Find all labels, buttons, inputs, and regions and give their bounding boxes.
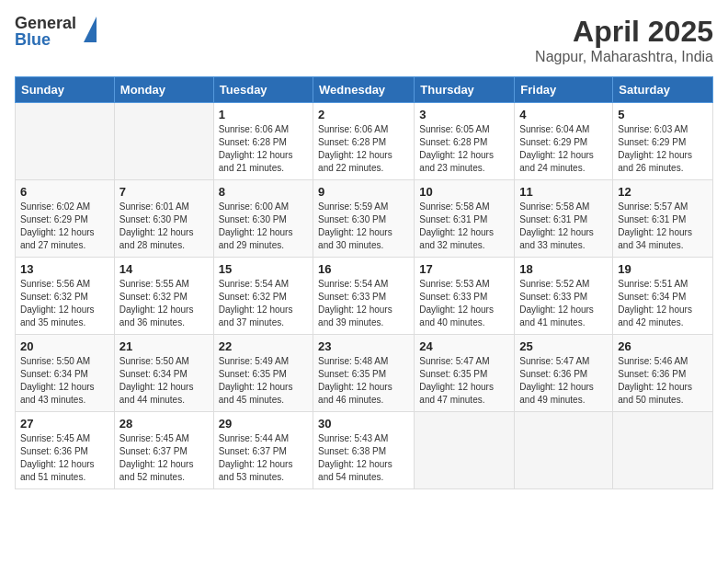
calendar-cell: 29Sunrise: 5:44 AM Sunset: 6:37 PM Dayli…: [213, 412, 313, 489]
calendar-cell: 27Sunrise: 5:45 AM Sunset: 6:36 PM Dayli…: [16, 412, 115, 489]
calendar-cell: 18Sunrise: 5:52 AM Sunset: 6:33 PM Dayli…: [515, 258, 613, 335]
calendar-cell: 21Sunrise: 5:50 AM Sunset: 6:34 PM Dayli…: [114, 335, 213, 412]
column-header-saturday: Saturday: [613, 77, 713, 103]
day-number: 13: [20, 262, 109, 276]
calendar-cell: 9Sunrise: 5:59 AM Sunset: 6:30 PM Daylig…: [313, 180, 415, 258]
day-number: 4: [519, 108, 608, 121]
calendar-cell: [515, 412, 613, 489]
day-number: 12: [618, 185, 708, 199]
day-number: 25: [519, 339, 608, 353]
calendar-cell: [114, 103, 213, 180]
day-number: 18: [519, 262, 608, 276]
day-number: 23: [318, 339, 409, 353]
day-number: 6: [20, 185, 109, 199]
calendar-header-row: SundayMondayTuesdayWednesdayThursdayFrid…: [16, 77, 713, 103]
day-number: 9: [318, 185, 409, 199]
logo-name: General Blue: [15, 15, 76, 48]
day-info: Sunrise: 5:45 AM Sunset: 6:36 PM Dayligh…: [20, 432, 109, 484]
calendar-week-row: 27Sunrise: 5:45 AM Sunset: 6:36 PM Dayli…: [16, 412, 713, 489]
calendar-cell: 20Sunrise: 5:50 AM Sunset: 6:34 PM Dayli…: [16, 335, 115, 412]
day-info: Sunrise: 5:46 AM Sunset: 6:36 PM Dayligh…: [618, 355, 708, 407]
calendar-table: SundayMondayTuesdayWednesdayThursdayFrid…: [15, 76, 713, 489]
day-info: Sunrise: 5:58 AM Sunset: 6:31 PM Dayligh…: [519, 201, 608, 252]
day-info: Sunrise: 5:49 AM Sunset: 6:35 PM Dayligh…: [219, 355, 308, 407]
page-header: General Blue April 2025 Nagpur, Maharash…: [15, 15, 713, 65]
day-info: Sunrise: 5:57 AM Sunset: 6:31 PM Dayligh…: [618, 201, 708, 252]
day-info: Sunrise: 6:04 AM Sunset: 6:29 PM Dayligh…: [519, 123, 608, 175]
day-info: Sunrise: 5:45 AM Sunset: 6:37 PM Dayligh…: [119, 432, 209, 484]
calendar-cell: 1Sunrise: 6:06 AM Sunset: 6:28 PM Daylig…: [213, 103, 313, 180]
day-info: Sunrise: 5:54 AM Sunset: 6:33 PM Dayligh…: [318, 278, 409, 329]
day-number: 16: [318, 262, 409, 276]
day-info: Sunrise: 5:54 AM Sunset: 6:32 PM Dayligh…: [219, 278, 308, 329]
logo: General Blue: [15, 15, 97, 48]
day-number: 22: [219, 339, 308, 353]
calendar-cell: 17Sunrise: 5:53 AM Sunset: 6:33 PM Dayli…: [415, 258, 515, 335]
logo-general-text: General: [15, 15, 76, 31]
calendar-cell: 15Sunrise: 5:54 AM Sunset: 6:32 PM Dayli…: [213, 258, 313, 335]
calendar-cell: 22Sunrise: 5:49 AM Sunset: 6:35 PM Dayli…: [213, 335, 313, 412]
title-block: April 2025 Nagpur, Maharashtra, India: [535, 15, 713, 65]
day-info: Sunrise: 6:01 AM Sunset: 6:30 PM Dayligh…: [119, 201, 209, 252]
day-number: 14: [119, 262, 209, 276]
day-info: Sunrise: 6:06 AM Sunset: 6:28 PM Dayligh…: [318, 123, 409, 175]
day-number: 2: [318, 108, 409, 121]
day-info: Sunrise: 6:05 AM Sunset: 6:28 PM Dayligh…: [419, 123, 509, 175]
location-text: Nagpur, Maharashtra, India: [535, 49, 713, 65]
calendar-week-row: 13Sunrise: 5:56 AM Sunset: 6:32 PM Dayli…: [16, 258, 713, 335]
day-info: Sunrise: 5:55 AM Sunset: 6:32 PM Dayligh…: [119, 278, 209, 329]
day-number: 17: [419, 262, 509, 276]
day-number: 15: [219, 262, 308, 276]
calendar-cell: 28Sunrise: 5:45 AM Sunset: 6:37 PM Dayli…: [114, 412, 213, 489]
calendar-cell: 2Sunrise: 6:06 AM Sunset: 6:28 PM Daylig…: [313, 103, 415, 180]
day-info: Sunrise: 5:53 AM Sunset: 6:33 PM Dayligh…: [419, 278, 509, 329]
calendar-cell: 24Sunrise: 5:47 AM Sunset: 6:35 PM Dayli…: [415, 335, 515, 412]
column-header-friday: Friday: [515, 77, 613, 103]
column-header-sunday: Sunday: [16, 77, 115, 103]
day-info: Sunrise: 5:44 AM Sunset: 6:37 PM Dayligh…: [219, 432, 308, 484]
day-number: 19: [618, 262, 708, 276]
calendar-cell: 11Sunrise: 5:58 AM Sunset: 6:31 PM Dayli…: [515, 180, 613, 258]
month-title: April 2025: [535, 15, 713, 49]
logo-blue-text: Blue: [15, 31, 76, 48]
calendar-week-row: 1Sunrise: 6:06 AM Sunset: 6:28 PM Daylig…: [16, 103, 713, 180]
day-number: 29: [219, 417, 308, 431]
day-info: Sunrise: 5:48 AM Sunset: 6:35 PM Dayligh…: [318, 355, 409, 407]
calendar-cell: 23Sunrise: 5:48 AM Sunset: 6:35 PM Dayli…: [313, 335, 415, 412]
calendar-cell: 6Sunrise: 6:02 AM Sunset: 6:29 PM Daylig…: [16, 180, 115, 258]
day-info: Sunrise: 5:50 AM Sunset: 6:34 PM Dayligh…: [20, 355, 109, 407]
day-number: 5: [618, 108, 708, 121]
day-info: Sunrise: 5:52 AM Sunset: 6:33 PM Dayligh…: [519, 278, 608, 329]
day-number: 27: [20, 417, 109, 431]
day-info: Sunrise: 6:02 AM Sunset: 6:29 PM Dayligh…: [20, 201, 109, 252]
day-info: Sunrise: 5:51 AM Sunset: 6:34 PM Dayligh…: [618, 278, 708, 329]
calendar-cell: 16Sunrise: 5:54 AM Sunset: 6:33 PM Dayli…: [313, 258, 415, 335]
calendar-week-row: 6Sunrise: 6:02 AM Sunset: 6:29 PM Daylig…: [16, 180, 713, 258]
day-number: 30: [318, 417, 409, 431]
day-info: Sunrise: 5:59 AM Sunset: 6:30 PM Dayligh…: [318, 201, 409, 252]
column-header-thursday: Thursday: [415, 77, 515, 103]
calendar-cell: 19Sunrise: 5:51 AM Sunset: 6:34 PM Dayli…: [613, 258, 713, 335]
day-info: Sunrise: 5:47 AM Sunset: 6:36 PM Dayligh…: [519, 355, 608, 407]
day-info: Sunrise: 5:56 AM Sunset: 6:32 PM Dayligh…: [20, 278, 109, 329]
day-number: 24: [419, 339, 509, 353]
day-info: Sunrise: 6:00 AM Sunset: 6:30 PM Dayligh…: [219, 201, 308, 252]
calendar-cell: 30Sunrise: 5:43 AM Sunset: 6:38 PM Dayli…: [313, 412, 415, 489]
column-header-monday: Monday: [114, 77, 213, 103]
day-info: Sunrise: 5:58 AM Sunset: 6:31 PM Dayligh…: [419, 201, 509, 252]
day-number: 1: [219, 108, 308, 121]
day-number: 21: [119, 339, 209, 353]
calendar-cell: 26Sunrise: 5:46 AM Sunset: 6:36 PM Dayli…: [613, 335, 713, 412]
logo-triangle-icon: [84, 17, 97, 42]
calendar-cell: [415, 412, 515, 489]
day-info: Sunrise: 5:43 AM Sunset: 6:38 PM Dayligh…: [318, 432, 409, 484]
calendar-week-row: 20Sunrise: 5:50 AM Sunset: 6:34 PM Dayli…: [16, 335, 713, 412]
calendar-cell: 14Sunrise: 5:55 AM Sunset: 6:32 PM Dayli…: [114, 258, 213, 335]
day-number: 20: [20, 339, 109, 353]
day-number: 7: [119, 185, 209, 199]
calendar-cell: 3Sunrise: 6:05 AM Sunset: 6:28 PM Daylig…: [415, 103, 515, 180]
day-number: 26: [618, 339, 708, 353]
calendar-cell: 8Sunrise: 6:00 AM Sunset: 6:30 PM Daylig…: [213, 180, 313, 258]
calendar-cell: 4Sunrise: 6:04 AM Sunset: 6:29 PM Daylig…: [515, 103, 613, 180]
calendar-cell: 13Sunrise: 5:56 AM Sunset: 6:32 PM Dayli…: [16, 258, 115, 335]
